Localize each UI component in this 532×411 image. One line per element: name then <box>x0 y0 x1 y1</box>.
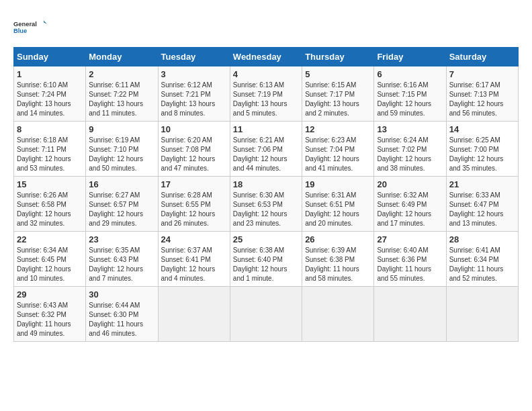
calendar-table: SundayMondayTuesdayWednesdayThursdayFrid… <box>13 47 519 342</box>
day-number: 9 <box>89 124 154 134</box>
calendar-cell: 9Sunrise: 6:19 AM Sunset: 7:10 PM Daylig… <box>86 122 158 177</box>
day-number: 12 <box>305 124 371 134</box>
day-info: Sunrise: 6:15 AM Sunset: 7:17 PM Dayligh… <box>305 81 371 118</box>
day-number: 13 <box>377 124 443 134</box>
calendar-cell: 16Sunrise: 6:27 AM Sunset: 6:57 PM Dayli… <box>86 177 158 232</box>
day-info: Sunrise: 6:23 AM Sunset: 7:04 PM Dayligh… <box>305 136 371 173</box>
calendar-week-row: 29Sunrise: 6:43 AM Sunset: 6:32 PM Dayli… <box>14 287 519 342</box>
calendar-cell: 6Sunrise: 6:16 AM Sunset: 7:15 PM Daylig… <box>374 66 446 122</box>
weekday-header: Thursday <box>302 48 374 66</box>
calendar-cell <box>230 287 302 342</box>
day-number: 1 <box>17 69 83 79</box>
day-info: Sunrise: 6:24 AM Sunset: 7:02 PM Dayligh… <box>377 136 443 173</box>
day-number: 26 <box>305 234 371 244</box>
day-info: Sunrise: 6:41 AM Sunset: 6:34 PM Dayligh… <box>449 246 515 283</box>
weekday-header: Sunday <box>14 48 86 66</box>
day-info: Sunrise: 6:35 AM Sunset: 6:43 PM Dayligh… <box>89 246 154 283</box>
day-number: 14 <box>449 124 515 134</box>
day-info: Sunrise: 6:20 AM Sunset: 7:08 PM Dayligh… <box>161 136 227 173</box>
calendar-cell: 12Sunrise: 6:23 AM Sunset: 7:04 PM Dayli… <box>302 122 374 177</box>
day-info: Sunrise: 6:19 AM Sunset: 7:10 PM Dayligh… <box>89 136 154 173</box>
day-info: Sunrise: 6:12 AM Sunset: 7:21 PM Dayligh… <box>161 81 227 118</box>
svg-marker-2 <box>44 21 47 24</box>
calendar-cell: 7Sunrise: 6:17 AM Sunset: 7:13 PM Daylig… <box>446 66 518 122</box>
calendar-cell: 3Sunrise: 6:12 AM Sunset: 7:21 PM Daylig… <box>158 66 230 122</box>
calendar-cell: 17Sunrise: 6:28 AM Sunset: 6:55 PM Dayli… <box>158 177 230 232</box>
day-number: 25 <box>233 234 299 244</box>
weekday-header: Friday <box>374 48 446 66</box>
day-info: Sunrise: 6:27 AM Sunset: 6:57 PM Dayligh… <box>89 191 154 228</box>
page-header: General Blue <box>13 13 519 40</box>
calendar-cell: 8Sunrise: 6:18 AM Sunset: 7:11 PM Daylig… <box>14 122 86 177</box>
calendar-week-row: 1Sunrise: 6:10 AM Sunset: 7:24 PM Daylig… <box>14 66 519 122</box>
svg-text:General: General <box>13 21 37 28</box>
day-info: Sunrise: 6:44 AM Sunset: 6:30 PM Dayligh… <box>89 301 154 338</box>
calendar-cell: 4Sunrise: 6:13 AM Sunset: 7:19 PM Daylig… <box>230 66 302 122</box>
calendar-cell: 30Sunrise: 6:44 AM Sunset: 6:30 PM Dayli… <box>86 287 158 342</box>
day-number: 21 <box>449 179 515 189</box>
day-info: Sunrise: 6:39 AM Sunset: 6:38 PM Dayligh… <box>305 246 371 283</box>
weekday-header: Saturday <box>446 48 518 66</box>
day-number: 20 <box>377 179 443 189</box>
day-info: Sunrise: 6:33 AM Sunset: 6:47 PM Dayligh… <box>449 191 515 228</box>
calendar-cell: 18Sunrise: 6:30 AM Sunset: 6:53 PM Dayli… <box>230 177 302 232</box>
calendar-cell: 29Sunrise: 6:43 AM Sunset: 6:32 PM Dayli… <box>14 287 86 342</box>
calendar-cell: 19Sunrise: 6:31 AM Sunset: 6:51 PM Dayli… <box>302 177 374 232</box>
calendar-cell: 14Sunrise: 6:25 AM Sunset: 7:00 PM Dayli… <box>446 122 518 177</box>
calendar-cell: 15Sunrise: 6:26 AM Sunset: 6:58 PM Dayli… <box>14 177 86 232</box>
day-number: 16 <box>89 179 154 189</box>
day-info: Sunrise: 6:11 AM Sunset: 7:22 PM Dayligh… <box>89 81 154 118</box>
calendar-cell: 1Sunrise: 6:10 AM Sunset: 7:24 PM Daylig… <box>14 66 86 122</box>
calendar-cell: 28Sunrise: 6:41 AM Sunset: 6:34 PM Dayli… <box>446 232 518 287</box>
calendar-week-row: 15Sunrise: 6:26 AM Sunset: 6:58 PM Dayli… <box>14 177 519 232</box>
day-number: 30 <box>89 289 154 300</box>
day-info: Sunrise: 6:13 AM Sunset: 7:19 PM Dayligh… <box>233 81 299 118</box>
logo-svg: General Blue <box>13 13 47 40</box>
day-info: Sunrise: 6:28 AM Sunset: 6:55 PM Dayligh… <box>161 191 227 228</box>
calendar-cell <box>446 287 518 342</box>
day-number: 22 <box>17 234 83 244</box>
day-number: 2 <box>89 69 154 79</box>
calendar-cell <box>374 287 446 342</box>
day-info: Sunrise: 6:26 AM Sunset: 6:58 PM Dayligh… <box>17 191 83 228</box>
calendar-cell: 21Sunrise: 6:33 AM Sunset: 6:47 PM Dayli… <box>446 177 518 232</box>
calendar-cell: 27Sunrise: 6:40 AM Sunset: 6:36 PM Dayli… <box>374 232 446 287</box>
weekday-header: Tuesday <box>158 48 230 66</box>
calendar-cell: 23Sunrise: 6:35 AM Sunset: 6:43 PM Dayli… <box>86 232 158 287</box>
calendar-cell: 10Sunrise: 6:20 AM Sunset: 7:08 PM Dayli… <box>158 122 230 177</box>
day-number: 27 <box>377 234 443 244</box>
calendar-cell: 24Sunrise: 6:37 AM Sunset: 6:41 PM Dayli… <box>158 232 230 287</box>
day-info: Sunrise: 6:10 AM Sunset: 7:24 PM Dayligh… <box>17 81 83 118</box>
weekday-header: Monday <box>86 48 158 66</box>
calendar-week-row: 22Sunrise: 6:34 AM Sunset: 6:45 PM Dayli… <box>14 232 519 287</box>
calendar-cell <box>302 287 374 342</box>
day-info: Sunrise: 6:43 AM Sunset: 6:32 PM Dayligh… <box>17 301 83 338</box>
day-number: 24 <box>161 234 227 244</box>
weekday-header-row: SundayMondayTuesdayWednesdayThursdayFrid… <box>14 48 519 66</box>
calendar-cell <box>158 287 230 342</box>
svg-text:Blue: Blue <box>13 28 27 34</box>
day-info: Sunrise: 6:32 AM Sunset: 6:49 PM Dayligh… <box>377 191 443 228</box>
calendar-cell: 13Sunrise: 6:24 AM Sunset: 7:02 PM Dayli… <box>374 122 446 177</box>
logo: General Blue <box>13 13 47 40</box>
weekday-header: Wednesday <box>230 48 302 66</box>
calendar-cell: 5Sunrise: 6:15 AM Sunset: 7:17 PM Daylig… <box>302 66 374 122</box>
day-number: 3 <box>161 69 227 79</box>
day-number: 15 <box>17 179 83 189</box>
day-number: 4 <box>233 69 299 79</box>
calendar-cell: 22Sunrise: 6:34 AM Sunset: 6:45 PM Dayli… <box>14 232 86 287</box>
calendar-week-row: 8Sunrise: 6:18 AM Sunset: 7:11 PM Daylig… <box>14 122 519 177</box>
day-info: Sunrise: 6:16 AM Sunset: 7:15 PM Dayligh… <box>377 81 443 118</box>
calendar-cell: 2Sunrise: 6:11 AM Sunset: 7:22 PM Daylig… <box>86 66 158 122</box>
calendar-cell: 20Sunrise: 6:32 AM Sunset: 6:49 PM Dayli… <box>374 177 446 232</box>
day-number: 7 <box>449 69 515 79</box>
day-number: 28 <box>449 234 515 244</box>
calendar-cell: 11Sunrise: 6:21 AM Sunset: 7:06 PM Dayli… <box>230 122 302 177</box>
calendar-cell: 25Sunrise: 6:38 AM Sunset: 6:40 PM Dayli… <box>230 232 302 287</box>
day-number: 18 <box>233 179 299 189</box>
day-number: 23 <box>89 234 154 244</box>
day-info: Sunrise: 6:38 AM Sunset: 6:40 PM Dayligh… <box>233 246 299 283</box>
day-info: Sunrise: 6:34 AM Sunset: 6:45 PM Dayligh… <box>17 246 83 283</box>
day-info: Sunrise: 6:21 AM Sunset: 7:06 PM Dayligh… <box>233 136 299 173</box>
day-info: Sunrise: 6:18 AM Sunset: 7:11 PM Dayligh… <box>17 136 83 173</box>
